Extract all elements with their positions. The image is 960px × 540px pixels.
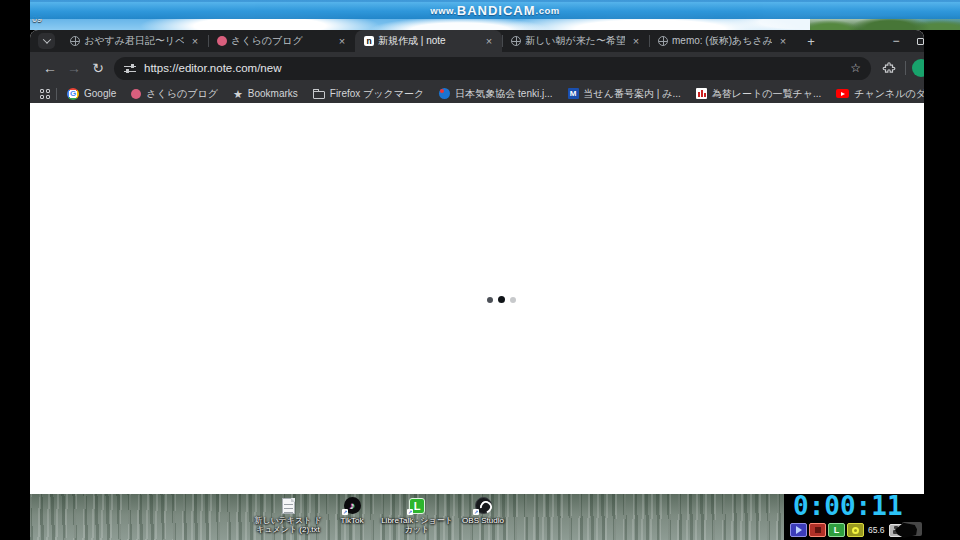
toolbar-separator	[905, 61, 906, 75]
loading-dot	[510, 297, 516, 303]
recording-timer: 0:00:11	[793, 494, 903, 521]
back-button[interactable]: ←	[38, 56, 62, 80]
bookmark-kawase-rate[interactable]: 為替レートの一覧チャ...	[696, 87, 822, 101]
bookmark-google[interactable]: G Google	[67, 88, 116, 100]
reload-button[interactable]: ↻	[86, 56, 110, 80]
bookmark-bookmarks[interactable]: ★ Bookmarks	[233, 88, 298, 99]
browser-window: おやすみ君日記〜リベンジ〜 × さくらのブログ × n 新規作成 | note …	[30, 30, 924, 494]
tab-note-new-active[interactable]: n 新規作成 | note ×	[355, 30, 502, 52]
watermark-brand: BANDICAM	[457, 3, 536, 18]
desktop-icon-obs[interactable]: ↗ OBS Studio	[447, 497, 519, 525]
bookmark-tosen-bango[interactable]: M 当せん番号案内 | み...	[568, 87, 681, 101]
tab-strip: おやすみ君日記〜リベンジ〜 × さくらのブログ × n 新規作成 | note …	[30, 30, 924, 52]
bandicam-watermark: www.BANDICAM.com	[30, 2, 960, 19]
globe-favicon	[511, 36, 521, 46]
globe-favicon	[70, 36, 80, 46]
tab-title: memo: (仮称)あちさみ日記β	[672, 34, 772, 48]
loading-dot	[498, 296, 505, 303]
bookmark-youtube-dashboard[interactable]: チャンネルのダッシュボ...	[836, 87, 924, 101]
star-icon: ★	[233, 89, 243, 99]
record-target-button[interactable]	[847, 523, 864, 537]
tab-sakura-blog[interactable]: さくらのブログ ×	[208, 30, 355, 52]
tab-atarashii-asa[interactable]: 新しい朝が来た〜希望〜 ×	[502, 30, 649, 52]
new-tab-button[interactable]: +	[802, 32, 820, 50]
tab-close-button[interactable]: ×	[776, 34, 790, 48]
tab-search-button[interactable]	[38, 33, 55, 49]
puzzle-icon	[882, 61, 896, 75]
forward-button[interactable]: →	[62, 56, 86, 80]
stop-button[interactable]	[809, 523, 826, 537]
tab-oyasumi-diary[interactable]: おやすみ君日記〜リベンジ〜 ×	[61, 30, 208, 52]
flower-favicon	[217, 36, 227, 46]
tab-close-button[interactable]: ×	[188, 34, 202, 48]
apps-grid-icon	[40, 89, 50, 99]
google-icon: G	[67, 88, 79, 100]
youtube-icon	[836, 89, 849, 98]
shortcut-arrow-icon: ↗	[407, 509, 413, 515]
bookmarks-separator	[56, 88, 57, 100]
desktop-icon-text-file[interactable]: 新しいテキスト ドキュメント (2).txt	[252, 497, 324, 534]
extensions-button[interactable]	[879, 61, 899, 75]
tab-memo-diary[interactable]: memo: (仮称)あちさみ日記β ×	[649, 30, 796, 52]
play-button[interactable]	[790, 523, 807, 537]
tab-title: 新しい朝が来た〜希望〜	[525, 34, 625, 48]
mizuho-m-icon: M	[568, 88, 579, 99]
folder-icon	[313, 91, 325, 99]
watermark-prefix: www.	[430, 5, 456, 16]
bookmark-star-button[interactable]: ☆	[850, 61, 861, 75]
loading-dots	[487, 296, 516, 303]
note-favicon: n	[364, 36, 374, 46]
ring-icon	[852, 527, 859, 534]
tenki-icon	[439, 88, 450, 99]
apps-grid-button[interactable]	[40, 89, 50, 99]
text-file-icon	[282, 498, 295, 514]
bookmark-tenki[interactable]: 日本気象協会 tenki.j...	[439, 87, 552, 101]
desktop-icon-tiktok[interactable]: ♪ ↗ TikTok	[316, 497, 388, 525]
site-settings-icon[interactable]	[124, 62, 136, 74]
chevron-down-icon	[42, 35, 50, 43]
tab-title: おやすみ君日記〜リベンジ〜	[84, 34, 184, 48]
bookmark-sakura-blog[interactable]: さくらのブログ	[131, 87, 218, 101]
tab-close-button[interactable]: ×	[629, 34, 643, 48]
screen: 09 www.BANDICAM.com おやすみ君日記〜リベンジ〜 × さくらの…	[0, 0, 960, 540]
maximize-button[interactable]	[908, 30, 924, 52]
url-text[interactable]: https://editor.note.com/new	[144, 62, 844, 74]
shortcut-arrow-icon: ↗	[473, 509, 479, 515]
flower-icon	[131, 89, 141, 99]
tab-close-button[interactable]: ×	[482, 34, 496, 48]
tab-title: さくらのブログ	[231, 34, 331, 48]
desktop-bottom: 新しいテキスト ドキュメント (2).txt ♪ ↗ TikTok L ↗ Li…	[30, 494, 924, 540]
bandicam-recorder-panel: 0:00:11 L 65.6	[784, 494, 924, 540]
fps-counter: 65.6	[868, 525, 885, 535]
desktop-icon-libretalk[interactable]: L ↗ LibreTalk - ショートカット	[381, 497, 453, 534]
maximize-icon	[917, 38, 924, 45]
globe-favicon	[658, 36, 668, 46]
bookmark-firefox-folder[interactable]: Firefox ブックマーク	[313, 87, 425, 101]
address-bar[interactable]: https://editor.note.com/new ☆	[114, 57, 871, 80]
play-icon	[796, 526, 802, 534]
tab-title: 新規作成 | note	[378, 34, 478, 48]
chart-icon	[696, 88, 707, 99]
minimize-button[interactable]: −	[884, 30, 908, 52]
profile-avatar[interactable]	[912, 59, 924, 77]
shortcut-arrow-icon: ↗	[342, 509, 348, 515]
watermark-suffix: .com	[536, 5, 560, 16]
loading-dot	[487, 297, 493, 303]
bookmarks-bar: G Google さくらのブログ ★ Bookmarks Firefox ブック…	[30, 84, 924, 103]
tab-close-button[interactable]: ×	[335, 34, 349, 48]
browser-toolbar: ← → ↻ https://editor.note.com/new ☆	[30, 52, 924, 84]
bandicam-l-button[interactable]: L	[828, 523, 845, 537]
stop-icon	[815, 527, 821, 533]
desktop-wallpaper-water: 新しいテキスト ドキュメント (2).txt ♪ ↗ TikTok L ↗ Li…	[30, 494, 784, 540]
page-content	[30, 103, 924, 494]
